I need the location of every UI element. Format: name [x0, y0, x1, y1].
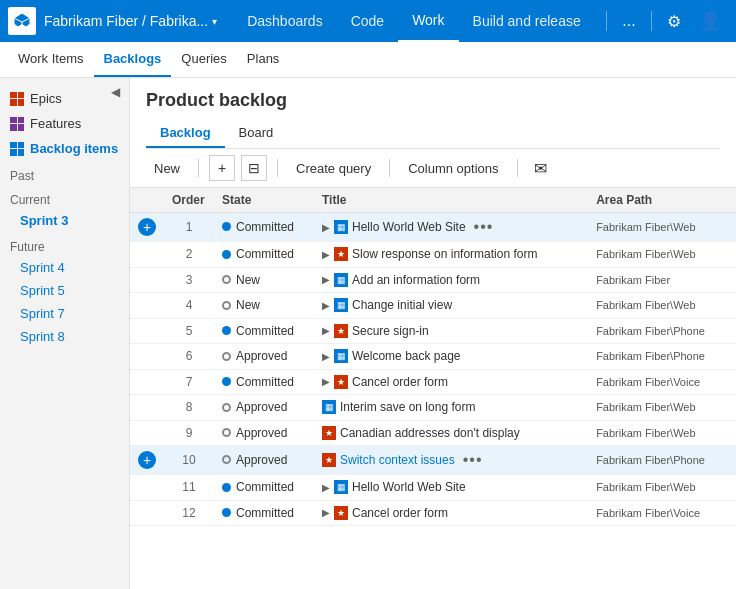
sub-nav: Work Items Backlogs Queries Plans	[0, 42, 736, 78]
col-title[interactable]: Title	[314, 188, 588, 213]
row-order: 10	[164, 446, 214, 475]
bug-icon: ★	[322, 426, 336, 440]
row-title[interactable]: ▶▦Hello World Web Site•••	[314, 213, 588, 242]
nav-item-build[interactable]: Build and release	[459, 0, 595, 42]
nav-item-code[interactable]: Code	[337, 0, 398, 42]
user-button[interactable]: 👤	[692, 3, 728, 39]
row-area-path: Fabrikam Fiber\Voice	[588, 369, 736, 395]
sidebar-sprint-5[interactable]: Sprint 5	[0, 279, 129, 302]
toolbar-sep-4	[517, 159, 518, 177]
table-container: Order State Title Area Path +1Committed▶…	[130, 188, 736, 589]
content-tabs: Backlog Board	[146, 119, 720, 149]
expand-arrow-icon[interactable]: ▶	[322, 249, 330, 260]
sidebar-sprint-7[interactable]: Sprint 7	[0, 302, 129, 325]
add-child-row-button[interactable]: +	[138, 218, 156, 236]
sidebar-item-features[interactable]: Features	[0, 111, 129, 136]
row-area-path: Fabrikam Fiber\Voice	[588, 500, 736, 526]
table-row: +10Approved★Switch context issues•••Fabr…	[130, 446, 736, 475]
row-title[interactable]: ▶▦Hello World Web Site	[314, 475, 588, 501]
row-title[interactable]: ★Switch context issues•••	[314, 446, 588, 475]
subnav-queries[interactable]: Queries	[171, 42, 237, 77]
expand-arrow-icon[interactable]: ▶	[322, 222, 330, 233]
row-area-path: Fabrikam Fiber\Web	[588, 475, 736, 501]
toolbar-sep-3	[389, 159, 390, 177]
main-layout: ◀ Epics Features Backlog items Past Curr…	[0, 78, 736, 589]
story-icon: ▦	[322, 400, 336, 414]
table-row: 2Committed▶★Slow response on information…	[130, 242, 736, 268]
subnav-plans[interactable]: Plans	[237, 42, 290, 77]
sidebar-collapse-button[interactable]: ◀	[105, 82, 125, 102]
email-button[interactable]: ✉	[528, 155, 554, 181]
story-icon: ▦	[334, 298, 348, 312]
expand-arrow-icon[interactable]: ▶	[322, 274, 330, 285]
row-title[interactable]: ▶▦Welcome back page	[314, 344, 588, 370]
create-query-button[interactable]: Create query	[288, 158, 379, 179]
sidebar-sprint-3[interactable]: Sprint 3	[0, 209, 129, 232]
sidebar-sprint-8[interactable]: Sprint 8	[0, 325, 129, 348]
row-more-button[interactable]: •••	[470, 218, 498, 236]
expand-arrow-icon[interactable]: ▶	[322, 507, 330, 518]
row-order: 4	[164, 293, 214, 319]
expand-arrow-icon[interactable]: ▶	[322, 376, 330, 387]
row-area-path: Fabrikam Fiber	[588, 267, 736, 293]
bug-icon: ★	[334, 324, 348, 338]
toolbar-sep-1	[198, 159, 199, 177]
project-selector[interactable]: Fabrikam Fiber / Fabrika... ▾	[44, 13, 217, 29]
table-row: 6Approved▶▦Welcome back pageFabrikam Fib…	[130, 344, 736, 370]
tab-backlog[interactable]: Backlog	[146, 119, 225, 148]
col-area[interactable]: Area Path	[588, 188, 736, 213]
nav-item-work[interactable]: Work	[398, 0, 458, 42]
add-child-button[interactable]: +	[209, 155, 235, 181]
subnav-backlogs[interactable]: Backlogs	[94, 42, 172, 77]
nav-item-dashboards[interactable]: Dashboards	[233, 0, 337, 42]
expand-arrow-icon[interactable]: ▶	[322, 482, 330, 493]
row-title[interactable]: ▶▦Change initial view	[314, 293, 588, 319]
subnav-work-items[interactable]: Work Items	[8, 42, 94, 77]
expand-arrow-icon[interactable]: ▶	[322, 351, 330, 362]
row-more-button[interactable]: •••	[459, 451, 487, 469]
content-area: Product backlog Backlog Board New + ⊟ Cr…	[130, 78, 736, 589]
row-area-path: Fabrikam Fiber\Phone	[588, 344, 736, 370]
row-title[interactable]: ▶★Cancel order form	[314, 369, 588, 395]
section-current: Current	[0, 185, 129, 209]
bug-icon: ★	[334, 247, 348, 261]
top-nav: Fabrikam Fiber / Fabrika... ▾ Dashboards…	[0, 0, 736, 42]
sidebar-item-backlog-items[interactable]: Backlog items	[0, 136, 129, 161]
nav-divider-2	[651, 11, 652, 31]
logo[interactable]	[8, 7, 36, 35]
table-row: 8Approved▦Interim save on long formFabri…	[130, 395, 736, 421]
row-title[interactable]: ▶★Cancel order form	[314, 500, 588, 526]
row-order: 2	[164, 242, 214, 268]
row-title[interactable]: ▶★Secure sign-in	[314, 318, 588, 344]
row-title[interactable]: ▦Interim save on long form	[314, 395, 588, 421]
col-state[interactable]: State	[214, 188, 314, 213]
story-icon: ▦	[334, 349, 348, 363]
content-header: Product backlog Backlog Board	[130, 78, 736, 149]
story-icon: ▦	[334, 480, 348, 494]
more-options-button[interactable]: ...	[611, 3, 647, 39]
settings-button[interactable]: ⚙	[656, 3, 692, 39]
add-child-row-button[interactable]: +	[138, 451, 156, 469]
col-order[interactable]: Order	[164, 188, 214, 213]
bug-icon: ★	[334, 375, 348, 389]
table-header: Order State Title Area Path	[130, 188, 736, 213]
row-area-path: Fabrikam Fiber\Web	[588, 242, 736, 268]
row-order: 7	[164, 369, 214, 395]
expand-arrow-icon[interactable]: ▶	[322, 325, 330, 336]
new-button[interactable]: New	[146, 158, 188, 179]
expand-collapse-button[interactable]: ⊟	[241, 155, 267, 181]
sidebar-sprint-4[interactable]: Sprint 4	[0, 256, 129, 279]
section-future: Future	[0, 232, 129, 256]
row-state: Approved	[214, 420, 314, 446]
backlog-icon	[10, 142, 24, 156]
expand-arrow-icon[interactable]: ▶	[322, 300, 330, 311]
row-title[interactable]: ★Canadian addresses don't display	[314, 420, 588, 446]
table-row: 5Committed▶★Secure sign-inFabrikam Fiber…	[130, 318, 736, 344]
row-state: Committed	[214, 369, 314, 395]
row-title[interactable]: ▶★Slow response on information form	[314, 242, 588, 268]
row-state: Approved	[214, 344, 314, 370]
row-title[interactable]: ▶▦Add an information form	[314, 267, 588, 293]
row-state: Committed	[214, 475, 314, 501]
column-options-button[interactable]: Column options	[400, 158, 506, 179]
tab-board[interactable]: Board	[225, 119, 288, 148]
